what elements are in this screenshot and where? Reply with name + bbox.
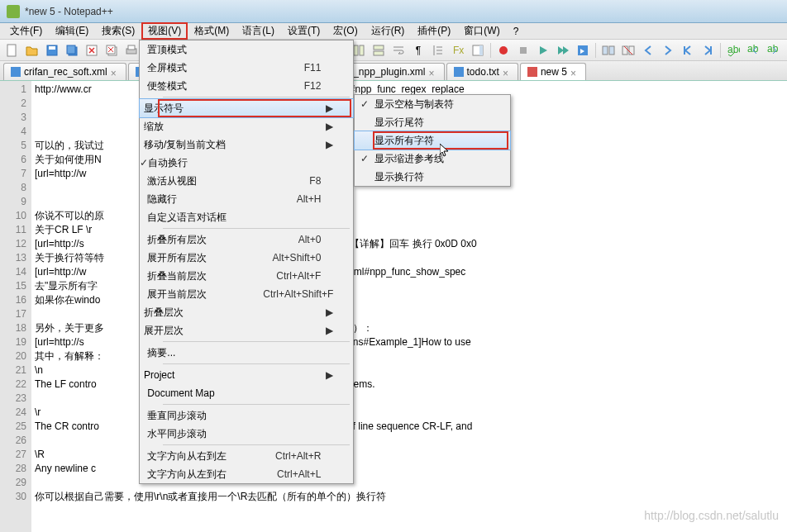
- submenu-arrow-icon: ▶: [326, 139, 333, 150]
- submenu-item[interactable]: 显示所有字符: [354, 131, 511, 150]
- menu-语言l[interactable]: 语言(L): [236, 22, 281, 40]
- menu-?[interactable]: ?: [507, 24, 526, 39]
- play-multi-icon[interactable]: [554, 41, 572, 59]
- menu-shortcut: Alt+H: [263, 193, 329, 205]
- close-all-icon[interactable]: [103, 41, 121, 59]
- close-icon[interactable]: ×: [570, 68, 579, 76]
- open-file-icon[interactable]: [23, 41, 41, 59]
- menu-item[interactable]: 移动/复制当前文档▶: [140, 135, 353, 154]
- menu-item[interactable]: 自定义语言对话框: [140, 208, 353, 226]
- menu-item[interactable]: 摘要...: [140, 344, 353, 362]
- menu-item[interactable]: 展开所有层次Alt+Shift+0: [140, 249, 353, 267]
- save-all-icon[interactable]: [63, 41, 81, 59]
- menu-item[interactable]: 隐藏行Alt+H: [140, 190, 353, 208]
- submenu-item[interactable]: ✓显示空格与制表符: [355, 95, 510, 113]
- close-icon[interactable]: ×: [429, 68, 437, 76]
- menu-编辑e[interactable]: 编辑(E): [49, 22, 95, 40]
- code-line[interactable]: 你可以根据自己需要，使用\r\n或者直接用一个\R去匹配（所有的单个的）换行符: [35, 490, 787, 504]
- menu-item[interactable]: 文字方向从右到左Ctrl+Alt+R: [140, 447, 353, 465]
- clear-compare-icon[interactable]: [619, 41, 637, 59]
- compare-icon[interactable]: [599, 41, 618, 59]
- tab[interactable]: todo.txt×: [446, 63, 518, 80]
- record-macro-icon[interactable]: [494, 41, 513, 59]
- submenu-item[interactable]: ✓显示缩进参考线: [355, 150, 510, 168]
- line-number: 13: [0, 251, 26, 265]
- menu-item[interactable]: 置顶模式: [140, 40, 353, 59]
- svg-rect-31: [603, 46, 608, 55]
- menu-item[interactable]: 全屏模式F11: [140, 59, 353, 77]
- spell-next-icon[interactable]: ab: [764, 41, 782, 59]
- line-number: 11: [0, 223, 26, 237]
- line-number: 3: [0, 111, 26, 125]
- menu-视图v[interactable]: 视图(V): [141, 22, 188, 40]
- doc-map-icon[interactable]: [469, 41, 487, 59]
- lang-icon[interactable]: Fx: [449, 41, 467, 59]
- tab[interactable]: crifan_rec_soft.xml×: [3, 63, 126, 80]
- svg-rect-9: [128, 45, 135, 50]
- close-icon[interactable]: ×: [111, 68, 119, 76]
- menu-插件p[interactable]: 插件(P): [411, 22, 457, 40]
- submenu-label: 显示缩进参考线: [374, 152, 490, 166]
- submenu-item[interactable]: 显示行尾符: [355, 113, 510, 131]
- menu-item[interactable]: 便签模式F12: [140, 77, 353, 95]
- wordwrap-icon[interactable]: [389, 41, 408, 59]
- submenu-item[interactable]: 显示换行符: [355, 168, 510, 186]
- nav-last-icon[interactable]: [699, 41, 717, 59]
- close-icon[interactable]: ×: [503, 68, 511, 76]
- menu-item[interactable]: 折叠当前层次Ctrl+Alt+F: [140, 267, 353, 285]
- save-icon[interactable]: [43, 41, 61, 59]
- sync-h-icon[interactable]: [370, 41, 388, 59]
- play-macro-icon[interactable]: [534, 41, 552, 59]
- save-macro-icon[interactable]: [574, 41, 592, 59]
- menu-窗口w[interactable]: 窗口(W): [457, 22, 506, 40]
- window-title: *new 5 - Notepad++: [25, 6, 113, 17]
- menu-item[interactable]: 展开当前层次Ctrl+Alt+Shift+F: [140, 285, 353, 303]
- nav-first-icon[interactable]: [679, 41, 697, 59]
- line-number: 5: [0, 139, 26, 153]
- menu-宏o[interactable]: 宏(O): [327, 22, 364, 40]
- line-number: 9: [0, 195, 26, 209]
- line-number: 7: [0, 167, 26, 181]
- menu-搜索s[interactable]: 搜索(S): [95, 22, 141, 40]
- menu-item[interactable]: 显示符号▶: [139, 98, 354, 118]
- spellcheck-icon[interactable]: abc: [724, 41, 742, 59]
- nav-prev-icon[interactable]: [639, 41, 657, 59]
- print-icon[interactable]: [122, 41, 141, 59]
- menu-item[interactable]: 垂直同步滚动: [140, 406, 353, 425]
- menu-item[interactable]: 文字方向从左到右Ctrl+Alt+L: [140, 465, 353, 483]
- menu-separator: [163, 363, 350, 364]
- menu-item[interactable]: Document Map: [140, 384, 353, 402]
- menu-item[interactable]: ✓自动换行: [140, 154, 353, 172]
- menu-item[interactable]: 激活从视图F8: [140, 172, 353, 190]
- menu-格式m[interactable]: 格式(M): [188, 22, 236, 40]
- menu-separator: [163, 341, 350, 342]
- line-number: 4: [0, 125, 26, 139]
- menu-item[interactable]: 折叠层次▶: [140, 303, 353, 321]
- menu-文件f[interactable]: 文件(F): [3, 22, 49, 40]
- menu-设置t[interactable]: 设置(T): [281, 22, 327, 40]
- menu-label: 展开层次: [144, 324, 260, 338]
- line-number: 23: [0, 392, 26, 406]
- menu-item[interactable]: Project▶: [140, 366, 353, 384]
- show-all-chars-icon[interactable]: ¶: [409, 41, 427, 59]
- toolbar-separator: [595, 43, 596, 58]
- svg-rect-21: [354, 45, 358, 55]
- stop-macro-icon[interactable]: [514, 41, 532, 59]
- show-symbol-submenu: ✓显示空格与制表符显示行尾符显示所有字符✓显示缩进参考线显示换行符: [354, 94, 511, 187]
- tab[interactable]: new 5×: [520, 63, 586, 80]
- spell-prev-icon[interactable]: ab: [744, 41, 762, 59]
- nav-next-icon[interactable]: [659, 41, 677, 59]
- submenu-label: 显示换行符: [374, 170, 490, 184]
- menu-item[interactable]: 缩放▶: [140, 117, 353, 135]
- indent-guide-icon[interactable]: [429, 41, 447, 59]
- close-file-icon[interactable]: [83, 41, 101, 59]
- menu-item[interactable]: 折叠所有层次Alt+0: [140, 230, 353, 249]
- new-file-icon[interactable]: [3, 41, 21, 59]
- menu-item[interactable]: 展开层次▶: [140, 321, 353, 340]
- svg-rect-2: [49, 46, 55, 50]
- menu-shortcut: Ctrl+Alt+L: [263, 468, 329, 480]
- menu-运行r[interactable]: 运行(R): [365, 22, 412, 40]
- menu-item[interactable]: 水平同步滚动: [140, 425, 353, 443]
- tab-label: crifan_rec_soft.xml: [24, 66, 107, 78]
- line-number: 28: [0, 462, 26, 476]
